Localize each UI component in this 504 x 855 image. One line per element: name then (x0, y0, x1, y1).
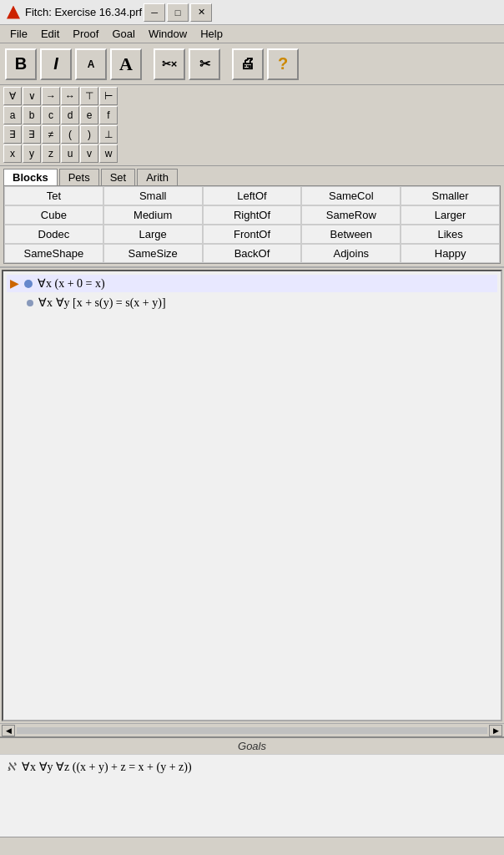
pred-samesize[interactable]: SameSize (103, 244, 203, 263)
print-button[interactable]: 🖨 (232, 48, 264, 80)
proof-line-1[interactable]: ▶ ∀x (x + 0 = x) (7, 275, 497, 292)
menu-edit[interactable]: Edit (34, 26, 66, 42)
pred-sameshape[interactable]: SameShape (4, 244, 103, 263)
scroll-right-button[interactable]: ▶ (489, 725, 502, 736)
menu-window[interactable]: Window (142, 26, 194, 42)
close-button[interactable]: ✕ (190, 3, 212, 22)
sym-v2[interactable]: v (80, 144, 98, 163)
app-icon (7, 6, 20, 19)
predicate-panel: Blocks Pets Set Arith Tet Small LeftOf S… (0, 166, 504, 268)
sym-f[interactable]: f (99, 106, 118, 124)
tab-blocks[interactable]: Blocks (3, 169, 58, 185)
menu-file[interactable]: File (3, 26, 34, 42)
pred-samecol[interactable]: SameCol (301, 186, 401, 205)
proof-text-2: ∀x ∀y [x + s(y) = s(x + y)] (38, 296, 166, 310)
status-bar (0, 837, 504, 855)
main-area: ▶ ∀x (x + 0 = x) ∀x ∀y [x + s(y) = s(x +… (0, 268, 504, 736)
sym-u[interactable]: u (61, 144, 79, 163)
pred-large[interactable]: Large (103, 225, 203, 244)
bullet-1 (24, 280, 33, 288)
minimize-button[interactable]: ─ (144, 3, 165, 22)
proof-text-1: ∀x (x + 0 = x) (38, 276, 105, 291)
sym-w[interactable]: w (99, 144, 118, 163)
pred-larger[interactable]: Larger (401, 205, 500, 225)
symbol-toolbar: ∀ ∨ → ↔ ⊤ ⊢ a b c d e f ∃ ∃ ≠ ( ) ⊥ x y … (0, 85, 504, 166)
pred-dodec[interactable]: Dodec (4, 225, 103, 244)
pred-likes[interactable]: Likes (401, 225, 500, 244)
titlebar-title: Fitch: Exercise 16.34.prf (25, 6, 142, 18)
scroll-track[interactable] (17, 727, 487, 734)
active-arrow-icon: ▶ (10, 276, 19, 291)
pred-samerow[interactable]: SameRow (301, 205, 401, 225)
predicate-grid: Tet Small LeftOf SameCol Smaller Cube Me… (3, 185, 501, 264)
menubar: File Edit Proof Goal Window Help (0, 25, 504, 43)
sym-d[interactable]: d (61, 106, 79, 124)
goals-section: Goals ℵ ∀x ∀y ∀z ((x + y) + z = x + (y +… (0, 736, 504, 837)
pred-frontof[interactable]: FrontOf (203, 225, 302, 244)
italic-button[interactable]: I (40, 48, 72, 80)
maximize-button[interactable]: □ (167, 3, 189, 22)
sym-x[interactable]: x (3, 144, 22, 163)
pred-leftof[interactable]: LeftOf (203, 186, 302, 205)
pred-between[interactable]: Between (301, 225, 401, 244)
tab-pets[interactable]: Pets (59, 169, 99, 185)
sym-neq[interactable]: ≠ (42, 125, 60, 144)
goal-formula: ∀x ∀y ∀z ((x + y) + z = x + (y + z)) (22, 760, 192, 774)
proof-area[interactable]: ▶ ∀x (x + 0 = x) ∀x ∀y [x + s(y) = s(x +… (2, 270, 502, 721)
scroll-left-button[interactable]: ◀ (2, 725, 15, 736)
cut-x-button[interactable]: ✂× (154, 48, 185, 80)
pred-adjoins[interactable]: Adjoins (301, 244, 401, 263)
titlebar: Fitch: Exercise 16.34.prf ─ □ ✕ (0, 0, 504, 25)
sym-rparen[interactable]: ) (80, 125, 98, 144)
pred-rightof[interactable]: RightOf (203, 205, 302, 225)
pred-cube[interactable]: Cube (4, 205, 103, 225)
sym-exists[interactable]: ∃ (3, 125, 22, 144)
sym-c[interactable]: c (42, 106, 60, 124)
sym-bidir[interactable]: ↔ (61, 87, 79, 105)
sym-e[interactable]: e (80, 106, 98, 124)
sym-b[interactable]: b (23, 106, 41, 124)
goals-content: ℵ ∀x ∀y ∀z ((x + y) + z = x + (y + z)) (0, 755, 504, 837)
proof-line-2[interactable]: ∀x ∀y [x + s(y) = s(x + y)] (7, 294, 497, 311)
goals-title: Goals (0, 738, 504, 755)
pred-medium[interactable]: Medium (103, 205, 203, 225)
sym-forall[interactable]: ∀ (3, 87, 22, 105)
sym-y[interactable]: y (23, 144, 41, 163)
horizontal-scrollbar: ◀ ▶ (0, 723, 504, 736)
pred-backof[interactable]: BackOf (203, 244, 302, 263)
sym-turnstile[interactable]: ⊢ (99, 87, 118, 105)
help-button[interactable]: ? (267, 48, 299, 80)
large-font-button[interactable]: A (110, 48, 142, 80)
pred-small[interactable]: Small (103, 186, 203, 205)
sym-right[interactable]: → (42, 87, 60, 105)
toolbar: B I A A ✂× ✂ 🖨 ? (0, 43, 504, 85)
pred-happy[interactable]: Happy (401, 244, 500, 263)
bold-button[interactable]: B (5, 48, 37, 80)
sym-v[interactable]: ∨ (23, 87, 41, 105)
pred-tabs: Blocks Pets Set Arith (0, 166, 504, 185)
sym-z[interactable]: z (42, 144, 60, 163)
pred-tet[interactable]: Tet (4, 186, 103, 205)
sym-lparen[interactable]: ( (61, 125, 79, 144)
menu-proof[interactable]: Proof (66, 26, 105, 42)
scissors-button[interactable]: ✂ (189, 48, 220, 80)
small-font-button[interactable]: A (75, 48, 107, 80)
tab-arith[interactable]: Arith (137, 169, 178, 185)
sym-exists2[interactable]: ∃ (23, 125, 41, 144)
sym-rparen2[interactable]: ⊥ (99, 125, 118, 144)
sym-top[interactable]: ⊤ (80, 87, 98, 105)
tab-set[interactable]: Set (101, 169, 136, 185)
sym-a[interactable]: a (3, 106, 22, 124)
bullet-2 (27, 300, 33, 306)
pred-smaller[interactable]: Smaller (401, 186, 500, 205)
goal-icon: ℵ (7, 760, 15, 774)
menu-help[interactable]: Help (194, 26, 229, 42)
menu-goal[interactable]: Goal (105, 26, 141, 42)
